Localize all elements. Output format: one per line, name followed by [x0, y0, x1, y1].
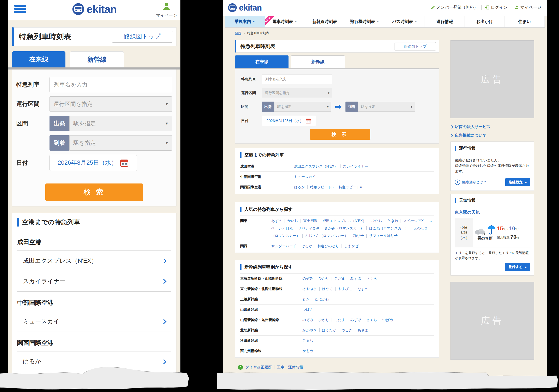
ekitan-logo[interactable]: ekitan	[228, 3, 262, 12]
train-link[interactable]: 富士回遊	[300, 219, 317, 223]
train-link[interactable]: かもめ	[302, 349, 313, 353]
timetable-revision-link[interactable]: ダイヤ改正履歴	[245, 365, 272, 370]
train-link[interactable]: しまかぜ	[342, 244, 359, 248]
list-item[interactable]: 成田エクスプレス（N'EX）	[17, 251, 171, 271]
list-item[interactable]: はるか	[17, 351, 171, 372]
ad-publishing-link[interactable]: 広告掲載について	[450, 133, 534, 138]
train-link[interactable]: やまびこ	[335, 287, 353, 291]
train-link[interactable]: サフィール踊り子	[366, 234, 398, 238]
list-item[interactable]: スカイライナー	[17, 271, 171, 292]
caret-right-icon: ▶	[525, 181, 527, 184]
train-link[interactable]: ひかり	[316, 276, 329, 280]
train-link[interactable]: さくら	[364, 318, 377, 322]
train-link[interactable]: あずさ	[271, 219, 282, 223]
register-area-button[interactable]: 登録する ▶	[505, 263, 530, 271]
construction-suspension-link[interactable]: 工事・運休情報	[277, 365, 303, 370]
train-link[interactable]: ひかり	[316, 318, 329, 322]
search-button[interactable]: 検 索	[45, 184, 143, 201]
train-link[interactable]: はくたか	[319, 328, 336, 332]
mypage-link[interactable]: マイページ	[514, 5, 541, 10]
train-link[interactable]: 成田エクスプレス（N'EX）	[320, 219, 366, 223]
train-name-input[interactable]	[265, 77, 329, 81]
train-link[interactable]: こだま	[332, 276, 345, 280]
hamburger-menu-icon[interactable]	[14, 5, 26, 13]
train-link[interactable]: こだま	[332, 318, 345, 322]
train-link[interactable]: スカイライナー	[340, 164, 368, 168]
nav-item-operation-info[interactable]: 運行情報	[425, 16, 465, 27]
train-link[interactable]: みずほ	[348, 276, 361, 280]
train-link[interactable]: ひたち	[369, 219, 382, 223]
train-link[interactable]: なすの	[355, 287, 368, 291]
tokyo-station-weather-link[interactable]: 東京駅の天気	[455, 210, 480, 215]
nav-item-flight-timetable[interactable]: 飛行機時刻表▼	[345, 16, 385, 27]
route-map-top-button[interactable]: 路線図トップ	[395, 42, 436, 51]
nav-item-bus-timetable[interactable]: バス時刻表▼	[385, 16, 425, 27]
arrive-station-select[interactable]: 駅を指定 ▼	[358, 102, 415, 112]
arrive-station-select[interactable]: 駅を指定 ▼	[69, 135, 172, 151]
train-link[interactable]: はるか	[299, 244, 312, 248]
date-picker[interactable]: 2026年3月25日（水）	[262, 116, 316, 126]
caret-down-icon: ▼	[165, 141, 168, 145]
search-button[interactable]: 検 索	[310, 129, 370, 140]
train-link[interactable]: はやて	[319, 287, 333, 291]
corporate-service-link[interactable]: 駅探の法人サービス	[450, 124, 534, 130]
date-picker[interactable]: 2026年3月25日（水）	[49, 155, 137, 171]
ekitan-logo[interactable]: ekitan	[72, 3, 117, 16]
train-link[interactable]: ミュースカイ	[294, 175, 316, 179]
login-link[interactable]: ログイン	[485, 5, 508, 10]
train-link[interactable]: 特急ラピートβ	[307, 185, 334, 189]
list-item[interactable]: 特急ラピートβ	[17, 372, 171, 374]
list-item[interactable]: ミュースカイ	[17, 311, 171, 332]
train-links: かもめ	[302, 347, 434, 355]
train-link[interactable]: 成田エクスプレス（N'EX）	[294, 164, 338, 168]
route-registration-help-link[interactable]: ? 路線登録とは？	[455, 179, 487, 185]
train-link[interactable]: とき	[302, 297, 310, 301]
train-link[interactable]: たにがわ	[312, 297, 329, 301]
train-link[interactable]: のぞみ	[302, 276, 313, 280]
train-link[interactable]: サンダーバード	[271, 244, 296, 248]
train-link[interactable]: さくら	[364, 276, 377, 280]
nav-item-train-timetable[interactable]: NEW 電車時刻表▼	[265, 16, 305, 27]
operating-section-select[interactable]: 運行区間を指定 ▼	[49, 96, 172, 112]
table-row: 山陽新幹線・九州新幹線のぞみひかりこだまみずほさくらつばめ	[240, 315, 434, 325]
nav-item-transfer-guide[interactable]: 乗換案内▼	[225, 16, 265, 27]
train-link[interactable]: ふじさん（ロマンスカー）	[302, 234, 348, 238]
train-link[interactable]: つるぎ	[339, 328, 352, 332]
route-map-top-button[interactable]: 路線図トップ	[112, 31, 173, 43]
depart-station-select[interactable]: 駅を指定 ▼	[274, 102, 331, 112]
train-link[interactable]: あさま	[355, 328, 368, 332]
train-link[interactable]: かがやき	[302, 328, 317, 332]
train-link[interactable]: みずほ	[348, 318, 361, 322]
operating-section-select[interactable]: 運行区間を指定 ▼	[262, 88, 332, 98]
member-register-link[interactable]: メンバー登録（無料）	[431, 5, 478, 10]
train-link[interactable]: はるか	[294, 185, 305, 189]
mypage-link[interactable]: マイページ	[156, 2, 177, 18]
nav-item-shinkansen-timetable[interactable]: 新幹線時刻表	[305, 16, 345, 27]
train-link[interactable]: ときわ	[385, 219, 398, 223]
train-name-input[interactable]	[53, 81, 168, 88]
train-link[interactable]: つばさ	[302, 308, 313, 312]
train-link[interactable]: はこね（ロマンスカー）	[366, 226, 409, 230]
train-link[interactable]: 特急ひのとり	[315, 244, 339, 248]
train-link[interactable]: リバティ会津	[295, 226, 319, 230]
nav-item-housing[interactable]: 住まい	[504, 16, 544, 27]
tab-shinkansen[interactable]: 新幹線	[70, 51, 124, 67]
train-link[interactable]: かいじ	[285, 219, 298, 223]
breadcrumb-home-link[interactable]: 駅探	[235, 31, 241, 35]
train-link[interactable]: 特急ラピートα	[336, 185, 362, 189]
train-link[interactable]: こまち	[302, 339, 313, 343]
depart-station-select[interactable]: 駅を指定 ▼	[69, 116, 172, 131]
train-link[interactable]: はやぶさ	[302, 287, 317, 291]
train-link[interactable]: さがみ（ロマンスカー）	[322, 226, 364, 230]
route-settings-button[interactable]: 路線設定 ▶	[505, 178, 530, 186]
train-link[interactable]: のぞみ	[302, 318, 313, 322]
train-link[interactable]: スペーシアX	[401, 219, 424, 223]
train-link[interactable]: つばめ	[380, 318, 393, 322]
weather-condition: 曇のち雨	[478, 236, 493, 241]
tab-conventional-line[interactable]: 在来線	[235, 55, 289, 68]
train-link[interactable]: 踊り子	[351, 234, 364, 238]
tab-conventional-line[interactable]: 在来線	[12, 51, 65, 67]
nav-item-outing[interactable]: お出かけ	[465, 16, 504, 27]
tab-shinkansen[interactable]: 新幹線	[291, 55, 345, 68]
airport-group-name: 中部国際空港	[17, 299, 171, 307]
